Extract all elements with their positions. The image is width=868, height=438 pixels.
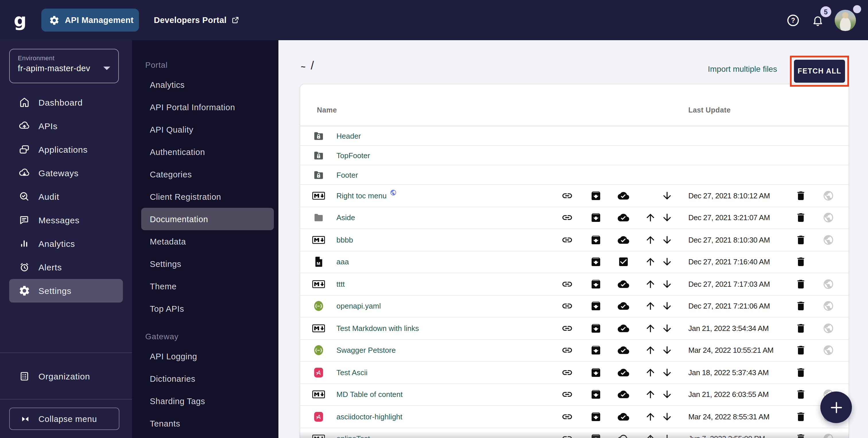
publish-globe-icon[interactable] [823,190,834,201]
archive-icon[interactable] [590,256,601,268]
resource-link-icon[interactable] [561,367,573,378]
archive-icon[interactable] [590,411,601,423]
delete-icon[interactable] [795,345,807,356]
sidebar-item-dashboard[interactable]: Dashboard [9,91,123,114]
delete-icon[interactable] [795,301,807,312]
published-cloud-check-icon[interactable] [618,278,629,290]
product-switcher-api-management[interactable]: API Management [41,9,139,32]
subnav-item-top-apis[interactable]: Top APIs [141,298,274,320]
published-cloud-check-icon[interactable] [618,345,629,356]
resource-link-icon[interactable] [561,345,573,356]
add-page-fab[interactable] [820,392,852,423]
delete-icon[interactable] [795,367,807,378]
subnav-item-api-logging[interactable]: API Logging [141,345,274,367]
sidebar-item-apis[interactable]: APIs [9,114,123,138]
resource-link-icon[interactable] [561,278,573,290]
published-cloud-check-icon[interactable] [618,411,629,423]
collapse-menu-button[interactable]: Collapse menu [9,408,119,430]
sidebar-item-settings[interactable]: Settings [9,279,123,303]
document-link[interactable]: TopFooter [336,151,370,160]
import-multiple-files-link[interactable]: Import multiple files [708,64,777,73]
publish-globe-icon[interactable] [823,301,834,312]
move-down-icon[interactable] [661,212,673,224]
move-up-icon[interactable] [645,411,656,423]
user-avatar[interactable] [835,10,856,31]
archive-icon[interactable] [590,234,601,246]
archive-icon[interactable] [590,389,601,400]
sidebar-item-applications[interactable]: Applications [9,138,123,161]
sidebar-item-gateways[interactable]: Gateways [9,161,123,185]
checkbox-checked-icon[interactable] [618,256,629,268]
document-link[interactable]: openapi.yaml [336,302,381,311]
move-up-icon[interactable] [645,234,656,246]
document-link[interactable]: MD Table of content [336,390,403,399]
subnav-item-tenants[interactable]: Tenants [141,412,274,435]
archive-icon[interactable] [590,278,601,290]
move-up-icon[interactable] [645,278,656,290]
move-up-icon[interactable] [645,212,656,224]
move-down-icon[interactable] [661,278,673,290]
move-up-icon[interactable] [645,367,656,378]
document-link[interactable]: Footer [336,170,358,179]
move-down-icon[interactable] [661,190,673,201]
sidebar-item-alerts[interactable]: Alerts [9,255,123,279]
breadcrumb-root[interactable]: ~ [301,62,305,71]
move-down-icon[interactable] [661,323,673,334]
resource-link-icon[interactable] [561,411,573,423]
document-link[interactable]: Test Markdown with links [336,324,419,333]
resource-link-icon[interactable] [561,323,573,334]
developers-portal-link[interactable]: Developers Portal [154,0,240,40]
subnav-item-categories[interactable]: Categories [141,163,274,185]
subnav-item-sharding-tags[interactable]: Sharding Tags [141,390,274,412]
subnav-item-api-quality[interactable]: API Quality [141,118,274,140]
publish-globe-icon[interactable] [823,212,834,224]
resource-link-icon[interactable] [561,389,573,400]
archive-icon[interactable] [590,367,601,378]
delete-icon[interactable] [795,411,807,423]
delete-icon[interactable] [795,234,807,246]
delete-icon[interactable] [795,190,807,201]
archive-icon[interactable] [590,190,601,201]
document-link[interactable]: asciidoctor-highlight [336,412,402,421]
document-link[interactable]: Aside [336,214,355,222]
published-cloud-check-icon[interactable] [618,234,629,246]
delete-icon[interactable] [795,256,807,268]
subnav-item-analytics[interactable]: Analytics [141,73,274,96]
move-up-icon[interactable] [645,323,656,334]
move-up-icon[interactable] [645,389,656,400]
delete-icon[interactable] [795,212,807,224]
move-down-icon[interactable] [661,301,673,312]
document-link[interactable]: bbbb [336,236,353,244]
resource-link-icon[interactable] [561,190,573,201]
subnav-item-authentication[interactable]: Authentication [141,140,274,163]
subnav-item-settings[interactable]: Settings [141,253,274,275]
publish-globe-icon[interactable] [823,234,834,246]
resource-link-icon[interactable] [561,234,573,246]
move-down-icon[interactable] [661,234,673,246]
document-link[interactable]: Right toc menu [336,191,397,200]
archive-icon[interactable] [590,212,601,224]
document-link[interactable]: Swagger Petstore [336,346,396,355]
document-link[interactable]: Header [336,131,361,140]
document-link[interactable]: aaa [336,258,349,267]
sidebar-item-organization[interactable]: Organization [9,365,123,388]
move-up-icon[interactable] [645,345,656,356]
publish-globe-icon[interactable] [823,278,834,290]
document-link[interactable]: tttt [336,280,345,288]
publish-globe-icon[interactable] [823,345,834,356]
move-down-icon[interactable] [661,367,673,378]
published-cloud-check-icon[interactable] [618,212,629,224]
move-down-icon[interactable] [661,411,673,423]
sidebar-item-messages[interactable]: Messages [9,208,123,232]
help-icon[interactable]: ? [786,14,800,27]
document-link[interactable]: Test Ascii [336,368,367,377]
subnav-item-client-registration[interactable]: Client Registration [141,185,274,208]
published-cloud-check-icon[interactable] [618,367,629,378]
move-down-icon[interactable] [661,256,673,268]
published-cloud-check-icon[interactable] [618,323,629,334]
archive-icon[interactable] [590,323,601,334]
move-up-icon[interactable] [645,256,656,268]
subnav-item-theme[interactable]: Theme [141,275,274,298]
published-cloud-check-icon[interactable] [618,190,629,201]
published-cloud-check-icon[interactable] [618,389,629,400]
